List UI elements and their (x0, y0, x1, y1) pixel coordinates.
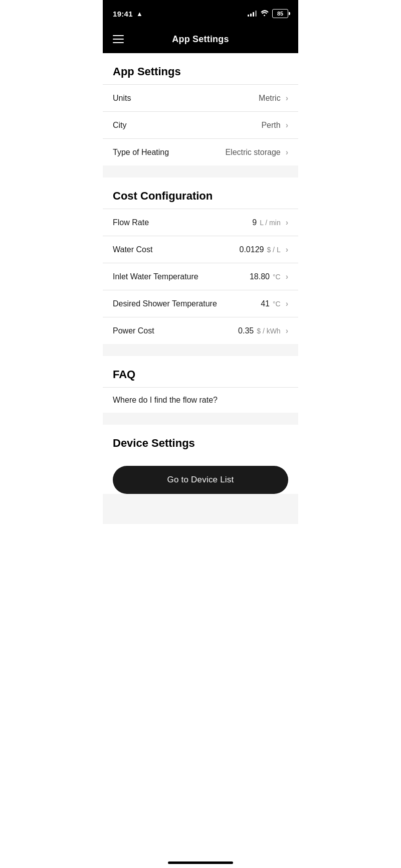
faq-header: FAQ (103, 356, 298, 387)
heating-type-value: Electric storage (225, 148, 280, 157)
water-cost-unit: $ / L (267, 246, 280, 254)
cost-config-header: Cost Configuration (103, 178, 298, 209)
flow-rate-row[interactable]: Flow Rate 9 L / min › (103, 209, 298, 236)
nav-title: App Settings (124, 34, 277, 45)
app-settings-header: App Settings (103, 53, 298, 84)
menu-button[interactable] (113, 35, 124, 43)
power-cost-value-container: 0.35 $ / kWh › (238, 326, 288, 335)
signal-icon (248, 11, 257, 17)
content-area: App Settings Units Metric › City Perth ›… (103, 53, 298, 524)
device-settings-section: Device Settings Go to Device List (103, 425, 298, 494)
inlet-temp-label: Inlet Water Temperature (113, 272, 198, 281)
water-cost-label: Water Cost (113, 245, 152, 254)
spacer-2 (103, 344, 298, 356)
heating-type-value-container: Electric storage › (225, 148, 288, 157)
shower-temp-row[interactable]: Desired Shower Temperature 41 °C › (103, 290, 298, 317)
spacer-1 (103, 165, 298, 178)
shower-temp-unit: °C (273, 300, 281, 308)
inlet-temp-value-container: 18.80 °C › (250, 272, 288, 281)
app-settings-section: App Settings Units Metric › City Perth ›… (103, 53, 298, 165)
city-value-container: Perth › (261, 121, 288, 130)
city-row[interactable]: City Perth › (103, 111, 298, 138)
units-row[interactable]: Units Metric › (103, 84, 298, 111)
shower-temp-number: 41 (261, 299, 270, 308)
water-cost-row[interactable]: Water Cost 0.0129 $ / L › (103, 236, 298, 263)
power-cost-row[interactable]: Power Cost 0.35 $ / kWh › (103, 317, 298, 344)
device-settings-header: Device Settings (103, 425, 298, 456)
power-cost-number: 0.35 (238, 326, 254, 335)
power-cost-unit: $ / kWh (257, 327, 280, 335)
status-time: 19:41 ▲ (113, 10, 143, 18)
shower-temp-value-container: 41 °C › (261, 299, 288, 308)
units-value-container: Metric › (259, 94, 288, 103)
city-value: Perth (261, 121, 280, 130)
heating-type-chevron: › (286, 148, 288, 157)
flow-rate-chevron: › (286, 218, 288, 227)
units-value: Metric (259, 94, 281, 103)
inlet-temp-chevron: › (286, 272, 288, 281)
shower-temp-label: Desired Shower Temperature (113, 299, 217, 308)
go-to-device-button[interactable]: Go to Device List (113, 466, 288, 494)
flow-rate-number: 9 (252, 218, 257, 227)
battery-indicator: 85 (272, 9, 288, 18)
city-chevron: › (286, 121, 288, 130)
water-cost-number: 0.0129 (239, 245, 264, 254)
heating-type-label: Type of Heating (113, 148, 169, 157)
inlet-temp-row[interactable]: Inlet Water Temperature 18.80 °C › (103, 263, 298, 290)
power-cost-chevron: › (286, 326, 288, 335)
city-label: City (113, 121, 127, 130)
water-cost-value-container: 0.0129 $ / L › (239, 245, 288, 254)
faq-item-flow-rate[interactable]: Where do I find the flow rate? (103, 387, 298, 413)
power-cost-label: Power Cost (113, 326, 154, 335)
flow-rate-value-container: 9 L / min › (252, 218, 288, 227)
nav-bar: App Settings (103, 25, 298, 53)
inlet-temp-number: 18.80 (250, 272, 270, 281)
units-label: Units (113, 94, 131, 103)
shower-temp-chevron: › (286, 299, 288, 308)
water-cost-chevron: › (286, 245, 288, 254)
status-bar: 19:41 ▲ 85 (103, 0, 298, 25)
flow-rate-label: Flow Rate (113, 218, 149, 227)
heating-type-row[interactable]: Type of Heating Electric storage › (103, 138, 298, 165)
spacer-3 (103, 413, 298, 425)
flow-rate-unit: L / min (260, 219, 281, 227)
units-chevron: › (286, 94, 288, 103)
wifi-icon (260, 10, 269, 18)
location-icon: ▲ (136, 10, 143, 18)
cost-config-section: Cost Configuration Flow Rate 9 L / min ›… (103, 178, 298, 344)
faq-section: FAQ Where do I find the flow rate? (103, 356, 298, 413)
status-right: 85 (248, 9, 288, 18)
inlet-temp-unit: °C (273, 273, 281, 281)
